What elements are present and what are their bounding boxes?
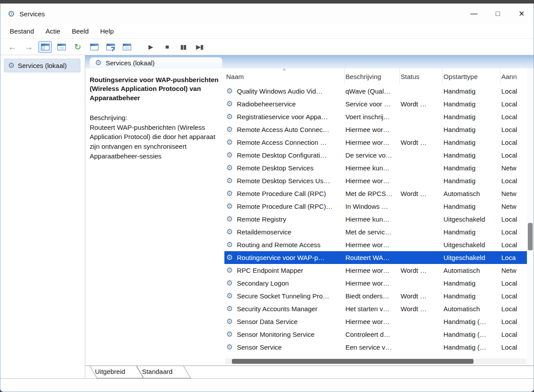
table-row[interactable]: Sensor Data Service Hiermee wor… Handmat… [224, 315, 527, 328]
sort-ascending-icon: ^ [283, 68, 286, 74]
service-logon-as: Netw [500, 267, 527, 274]
table-row[interactable]: Secondary Logon Hiermee wor… Handmatig L… [224, 277, 527, 290]
console-tree-panel: Services (lokaal) [0, 55, 85, 378]
service-status: Wordt … [400, 292, 443, 300]
refresh-icon: ↻ [74, 43, 81, 51]
horizontal-scrollbar-thumb[interactable] [232, 359, 473, 364]
menu-actie[interactable]: Actie [40, 26, 66, 37]
table-row[interactable]: Remote Procedure Call (RPC) Met de RPCS…… [224, 187, 527, 200]
service-startup-type: Handmatig [443, 279, 500, 287]
tab-standaard[interactable]: Standaard [136, 366, 184, 378]
table-row[interactable]: Secure Socket Tunneling Pro… Biedt onder… [224, 290, 527, 302]
table-row[interactable]: Registratieservice voor Appa… Voert insc… [224, 110, 527, 123]
service-gear-icon [226, 138, 233, 147]
tree-item-services-local[interactable]: Services (lokaal) [4, 59, 80, 72]
service-gear-icon [226, 291, 233, 301]
service-startup-type: Handmatig [443, 177, 500, 185]
table-row[interactable]: Remote Desktop Configurati… De service v… [224, 149, 527, 162]
horizontal-scrollbar[interactable] [225, 358, 526, 364]
services-node-icon [8, 61, 15, 70]
table-row[interactable]: Security Accounts Manager Het starten v…… [224, 302, 527, 315]
table-row[interactable]: Remote Registry Hiermee kun… Uitgeschake… [224, 213, 527, 226]
stop-service-button[interactable]: ■ [160, 41, 174, 53]
screen: Services — □ × Bestand Actie Beeld Help … [0, 0, 534, 392]
table-row[interactable]: Remote Desktop Services Us… Hiermee wor…… [224, 174, 527, 187]
service-name: Remote Access Auto Connec… [236, 126, 329, 133]
maximize-button[interactable]: □ [486, 4, 510, 24]
service-gear-icon [226, 125, 233, 134]
table-row[interactable]: Remote Procedure Call (RPC)… In Windows … [224, 200, 527, 213]
menu-beeld[interactable]: Beeld [66, 26, 94, 37]
banner-tab: Services (lokaal) [90, 57, 222, 68]
service-status: Wordt … [400, 100, 443, 108]
table-row[interactable]: Quality Windows Audio Vid… qWave (Qual… … [224, 85, 527, 98]
vertical-scrollbar-thumb[interactable] [528, 223, 533, 250]
column-header-aanmelden[interactable]: Aann [500, 68, 527, 85]
refresh-button[interactable]: ↻ [71, 41, 84, 53]
service-logon-as: Loca [500, 254, 527, 261]
tab-uitgebreid[interactable]: Uitgebreid [90, 366, 136, 378]
service-status: Wordt … [400, 190, 443, 197]
column-header-naam[interactable]: ^ Naam [224, 68, 345, 85]
close-button[interactable]: × [510, 4, 534, 24]
service-name: Sensor Monitoring Service [236, 331, 314, 338]
snapin-window-button[interactable] [120, 41, 133, 53]
export-list-button[interactable] [87, 41, 101, 53]
service-description: Hiermee wor… [345, 241, 400, 249]
service-name: Retaildemoservice [236, 228, 291, 236]
restart-service-button[interactable]: ▶▮ [193, 41, 206, 53]
service-name: Registratieservice voor Appa… [236, 113, 328, 121]
service-startup-type: Handmatig [443, 292, 500, 300]
back-button[interactable]: ← [6, 41, 19, 53]
column-header-opstarttype[interactable]: Opstarttype [443, 68, 500, 85]
service-name: Remote Access Connection … [236, 139, 326, 146]
start-service-button[interactable]: ▶ [144, 41, 157, 53]
service-gear-icon [226, 202, 233, 211]
pause-service-button[interactable]: ▮▮ [177, 41, 190, 53]
table-row[interactable]: Remote Access Auto Connec… Hiermee wor… … [224, 123, 527, 136]
service-logon-as: Netw [500, 203, 527, 210]
table-row[interactable]: RPC Endpoint Mapper Hiermee wor… Wordt …… [224, 264, 527, 277]
service-logon-as: Local [500, 279, 527, 287]
table-row[interactable]: Sensor Monitoring Service Controleert d…… [224, 328, 527, 341]
service-logon-as: Local [500, 151, 527, 159]
properties-button[interactable] [55, 41, 68, 53]
menu-help[interactable]: Help [95, 26, 120, 37]
vertical-scrollbar[interactable] [527, 68, 534, 366]
minimize-button[interactable]: — [462, 4, 486, 24]
menu-bestand[interactable]: Bestand [4, 26, 40, 37]
service-name: Remote Desktop Services [236, 164, 313, 172]
service-description: Hiermee wor… [345, 267, 400, 274]
table-row[interactable]: Routingservice voor WAP-p… Routeert WA… … [224, 251, 527, 264]
service-description: In Windows … [345, 203, 400, 210]
show-console-tree-button[interactable] [38, 41, 52, 53]
column-header-status[interactable]: Status [400, 68, 443, 85]
table-row[interactable]: Remote Desktop Services Hiermee kun… Han… [224, 162, 527, 174]
description-panel: Routingservice voor WAP-pushberichten (W… [85, 68, 224, 366]
service-gear-icon [226, 343, 233, 352]
service-name: Sensor Data Service [236, 318, 298, 325]
service-logon-as: Local [500, 228, 527, 236]
service-logon-as: Local [500, 343, 527, 351]
table-row[interactable]: Retaildemoservice Met de servic… Handmat… [224, 226, 527, 238]
service-description: Hiermee kun… [345, 164, 400, 172]
stop-service-icon: ■ [165, 44, 168, 50]
service-description: Hiermee kun… [345, 215, 400, 223]
service-startup-type: Handmatig (… [443, 318, 500, 325]
restart-service-icon: ▶▮ [196, 44, 203, 50]
table-row[interactable]: Remote Access Connection … Hiermee wor… … [224, 136, 527, 149]
help-button[interactable]: ? [104, 41, 117, 53]
service-startup-type: Handmatig [443, 228, 500, 236]
tree-item-label: Services (lokaal) [18, 62, 67, 69]
service-gear-icon [226, 176, 233, 185]
back-icon: ← [8, 42, 17, 51]
service-description: Routeert WA… [345, 254, 400, 261]
service-logon-as: Local [500, 177, 527, 185]
column-header-beschrijving[interactable]: Beschrijving [345, 68, 400, 85]
service-logon-as: Local [500, 113, 527, 121]
table-row[interactable]: Routing and Remote Access Hiermee wor… U… [224, 238, 527, 251]
forward-button[interactable]: → [22, 41, 35, 53]
service-name: Secure Socket Tunneling Pro… [236, 292, 329, 300]
table-row[interactable]: Radiobeheerservice Service voor … Wordt … [224, 98, 527, 110]
table-row[interactable]: Sensor Service Een service v… Handmatig … [224, 341, 527, 354]
